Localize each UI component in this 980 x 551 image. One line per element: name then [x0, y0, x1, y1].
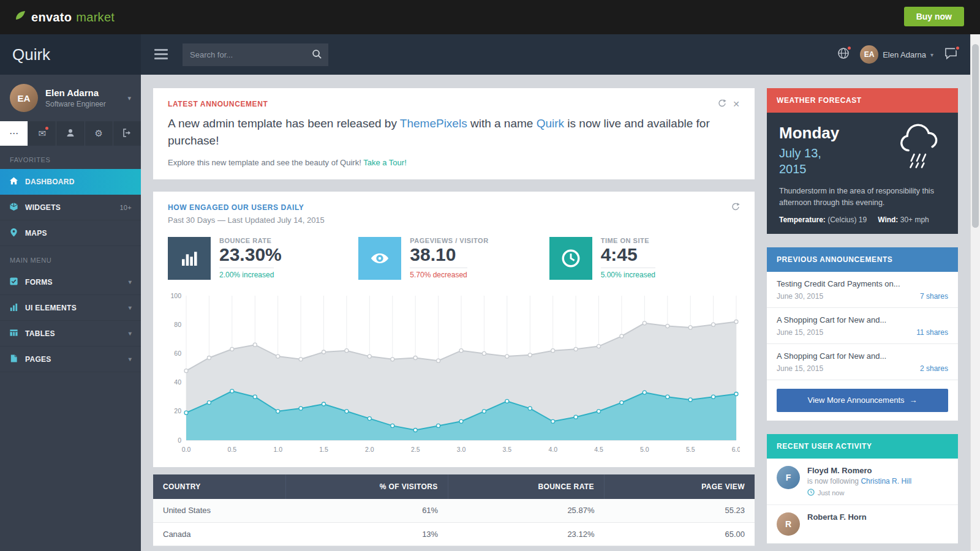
hamburger-menu-icon[interactable]: [154, 49, 168, 62]
announcement-item-shares[interactable]: 2 shares: [920, 364, 948, 373]
sidebar-profile: EA Elen Adarna Software Engineer ▾: [0, 75, 141, 121]
profile-chevron-icon[interactable]: ▾: [127, 94, 131, 102]
main-menu-label: MAIN MENU: [0, 246, 141, 269]
announcement-item[interactable]: A Shopping Cart for New and... June 15, …: [767, 344, 958, 380]
svg-text:2.0: 2.0: [365, 446, 374, 453]
announcement-item[interactable]: A Shopping Cart for New and... June 15, …: [767, 308, 958, 344]
activity-time-text: Just now: [818, 489, 844, 497]
svg-text:6.0: 6.0: [732, 446, 740, 453]
chat-button[interactable]: [944, 47, 958, 62]
chevron-down-icon: ▾: [129, 279, 132, 285]
activity-item[interactable]: R Roberta F. Horn: [767, 505, 958, 544]
announcement-item-date: June 30, 2015: [777, 292, 823, 301]
table-row: United States 61% 25.87% 55.23: [153, 499, 755, 522]
announcement-item-shares[interactable]: 7 shares: [920, 292, 948, 301]
temperature-value: (Celcius) 19: [826, 216, 867, 224]
weather-header: WEATHER FORECAST: [767, 88, 958, 113]
buy-now-button[interactable]: Buy now: [904, 7, 964, 26]
search-button[interactable]: [305, 43, 328, 66]
themepixels-link[interactable]: ThemePixels: [400, 117, 467, 130]
sidebar-item-maps[interactable]: MAPS: [0, 220, 141, 246]
chevron-down-icon: ▾: [930, 51, 933, 58]
sidebar-item-ui-elements[interactable]: UI ELEMENTS ▾: [0, 295, 141, 321]
refresh-icon[interactable]: [731, 203, 740, 212]
table-cell: 25.87%: [448, 499, 604, 522]
profile-avatar: EA: [10, 84, 38, 112]
stat-label: PAGEVIEWS / VISITOR: [410, 237, 488, 244]
engagement-subtitle: Past 30 Days — Last Updated July 14, 201…: [168, 216, 740, 225]
table-cell: 65.00: [604, 522, 755, 545]
close-icon[interactable]: ✕: [733, 100, 740, 108]
cube-icon: [9, 202, 18, 213]
user-avatar: EA: [860, 45, 878, 64]
sidebar-item-dashboard[interactable]: DASHBOARD: [0, 169, 141, 195]
app-logo[interactable]: Quirk: [0, 34, 141, 75]
svg-text:100: 100: [170, 292, 181, 299]
activity-time: Just now: [807, 489, 911, 497]
brand-envato: envato: [31, 10, 72, 24]
chart-bars-icon: [9, 302, 18, 313]
view-more-announcements-button[interactable]: View More Announcements →: [777, 389, 948, 412]
svg-text:5.5: 5.5: [686, 446, 695, 453]
scrollbar-thumb[interactable]: [972, 44, 979, 228]
recent-activity-header: RECENT USER ACTIVITY: [767, 434, 958, 459]
stat-value: 4:45: [601, 244, 655, 266]
user-menu[interactable]: EA Elen Adarna ▾: [860, 45, 933, 64]
sidebar-item-pages[interactable]: PAGES ▾: [0, 347, 141, 372]
envato-market-logo[interactable]: envato market: [13, 9, 115, 25]
refresh-icon[interactable]: [718, 99, 726, 109]
stat-label: TIME ON SITE: [601, 237, 655, 244]
take-a-tour-link[interactable]: Take a Tour!: [363, 158, 407, 167]
messages-tab[interactable]: ✉: [28, 121, 56, 146]
column-header: % OF VISITORS: [285, 474, 448, 499]
sidebar-item-label: UI ELEMENTS: [25, 304, 77, 312]
svg-text:4.0: 4.0: [548, 446, 557, 453]
stat-value: 38.10: [410, 244, 488, 266]
announcement-item-shares[interactable]: 11 shares: [916, 328, 948, 337]
sidebar-item-forms[interactable]: FORMS ▾: [0, 269, 141, 295]
avatar: R: [777, 512, 800, 536]
chevron-down-icon: ▾: [129, 304, 132, 311]
sidebar-item-label: TABLES: [25, 329, 55, 338]
column-header: BOUNCE RATE: [448, 474, 604, 499]
settings-tab[interactable]: ⚙: [85, 121, 113, 146]
table-row: Canada 13% 23.12% 65.00: [153, 522, 755, 545]
stat-label: BOUNCE RATE: [219, 237, 282, 244]
stats-row: BOUNCE RATE 23.30% 2.00% increased PAGEV…: [168, 237, 740, 280]
main-content: LATEST ANNOUNCEMENT ✕ A new admin templa…: [141, 75, 970, 551]
announcement-item-date: June 15, 2015: [777, 364, 823, 373]
svg-text:40: 40: [174, 378, 181, 386]
country-table: COUNTRY % OF VISITORS BOUNCE RATE PAGE V…: [153, 474, 755, 546]
file-icon: [9, 354, 18, 365]
announcement-item[interactable]: Testing Credit Card Payments on... June …: [767, 272, 958, 308]
table-cell: United States: [153, 499, 285, 522]
engagement-panel: HOW ENGAGED OUR USERS DAILY Past 30 Days…: [153, 192, 755, 467]
activity-item[interactable]: F Floyd M. Romero is now following Chris…: [767, 459, 958, 505]
logout-tab[interactable]: [113, 121, 141, 146]
stat-change: 5.00% increased: [601, 268, 655, 279]
bar-chart-icon: [168, 237, 211, 280]
announcement-text: A new admin template has been released b…: [168, 117, 400, 130]
svg-text:3.5: 3.5: [502, 446, 511, 453]
search-input[interactable]: [183, 43, 305, 66]
announcement-title: LATEST ANNOUNCEMENT: [168, 100, 268, 108]
home-icon: [9, 176, 18, 187]
chevron-down-icon: ▾: [129, 356, 132, 362]
contacts-tab[interactable]: [56, 121, 85, 146]
announcement-text: with a name: [467, 117, 537, 130]
wind-label: Wind:: [878, 216, 898, 224]
favorites-label: FAVORITES: [0, 146, 141, 169]
globe-notifications-button[interactable]: [837, 47, 850, 62]
ellipsis-tab[interactable]: ⋯: [0, 121, 28, 146]
table-cell: 61%: [285, 499, 448, 522]
sidebar-item-tables[interactable]: TABLES ▾: [0, 321, 141, 347]
previous-announcements-header: PREVIOUS ANNOUNCEMENTS: [767, 247, 958, 272]
sidebar-item-widgets[interactable]: WIDGETS 10+: [0, 195, 141, 220]
table-icon: [9, 328, 18, 339]
stat-pageviews: PAGEVIEWS / VISITOR 38.10 5.70% decrease…: [358, 237, 549, 280]
weather-panel: WEATHER FORECAST Monday July 13, 2015: [767, 88, 958, 234]
stat-change: 5.70% decreased: [410, 268, 467, 279]
sidebar-item-label: MAPS: [25, 229, 47, 238]
quirk-link[interactable]: Quirk: [537, 117, 564, 130]
activity-user-link[interactable]: Christina R. Hill: [861, 477, 911, 485]
